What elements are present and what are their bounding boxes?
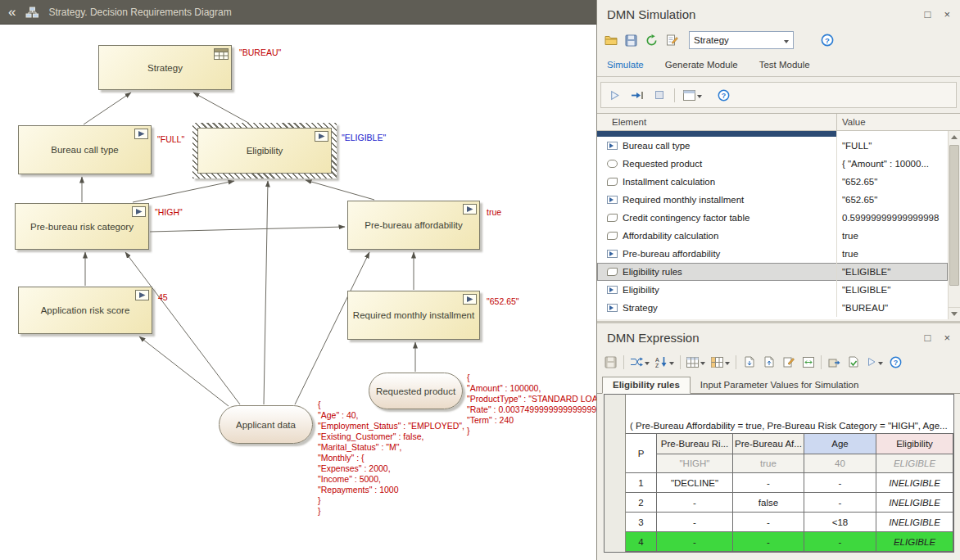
step-into-icon[interactable] [630,88,644,102]
rule-output-cell[interactable]: INELIGIBLE [876,473,953,493]
tab-generate-module[interactable]: Generate Module [665,60,738,70]
decision-table: ( Pre-Bureau Affordability = true, Pre-B… [604,394,954,553]
run-expression-button[interactable] [867,356,883,368]
rule-output-cell[interactable]: INELIGIBLE [876,513,953,532]
help-icon[interactable]: ? [889,355,903,369]
decision-node-pre-bureau-affordability[interactable]: Pre-bureau affordability [347,201,480,250]
decision-node-bureau-call-type[interactable]: Bureau call type [18,125,152,174]
invocation-header[interactable]: ( Pre-Bureau Affordability = true, Pre-B… [626,395,953,434]
rule-output-cell-matched[interactable]: ELIGIBLE [876,532,953,552]
tab-eligibility-rules[interactable]: Eligibility rules [602,377,691,394]
simulation-row-installment-calculation[interactable]: Installment calculation "652.65" [597,173,948,191]
simulation-row-credit-contingency-factor-table[interactable]: Credit contingency factor table 0.599999… [597,209,948,227]
maximize-button[interactable]: □ [925,9,931,20]
maximize-button[interactable]: □ [925,332,931,343]
edit-cell-icon[interactable] [781,355,795,369]
close-button[interactable]: × [944,332,950,343]
edit-script-icon[interactable] [665,33,679,47]
param-value-pre-bureau-risk[interactable]: "HIGH" [657,454,733,473]
bkm-icon [607,178,618,186]
decision-node-required-monthly-installment[interactable]: Required monthly installment [347,291,480,340]
node-label-applicant-data: Applicant data [236,420,296,430]
hit-policy-cell[interactable]: P [626,434,657,473]
shuffle-rules-button[interactable] [630,356,650,368]
vertical-scrollbar[interactable] [948,131,960,319]
decision-node-eligibility[interactable]: Eligibility [197,128,332,174]
simulation-row-eligibility-rules[interactable]: Eligibility rules "ELIGIBLE" [597,263,948,281]
rule-cell[interactable]: - [804,493,876,513]
param-value-pre-bureau-affordability[interactable]: true [733,454,804,473]
column-header-element[interactable]: Element [597,114,836,130]
column-header-age[interactable]: Age [804,434,876,454]
sort-az-button[interactable]: AZ [655,356,674,368]
validate-icon[interactable] [847,355,861,369]
rule-cell[interactable]: false [733,493,804,513]
scrollbar-thumb[interactable] [949,145,959,286]
column-header-pre-bureau-affordability[interactable]: Pre-Bureau Af... [733,434,804,454]
column-header-eligibility[interactable]: Eligibility [876,434,953,454]
simulation-row-required-monthly-installment[interactable]: Required monthly installment "652.65" [597,191,948,209]
rule-cell[interactable]: <18 [804,513,876,532]
diagram-area[interactable]: Strategy Bureau call type Eligibility Pr… [0,25,596,560]
decision-node-application-risk-score[interactable]: Application risk score [18,287,152,334]
rule-number-matched[interactable]: 4 [626,532,657,552]
rule-cell-matched[interactable]: - [804,532,876,552]
rule-number[interactable]: 3 [626,513,657,532]
tab-input-parameter-values[interactable]: Input Parameter Values for Simulation [691,377,868,393]
rule-number[interactable]: 1 [626,473,657,493]
table-rows-button[interactable] [686,356,705,368]
simulation-artifact-select[interactable]: Strategy [689,31,794,49]
run-simulation-icon[interactable] [608,88,622,102]
boxed-expression-icon [132,206,146,217]
element-value: "BUREAU" [836,299,948,317]
scroll-down-button[interactable] [949,307,960,319]
simulation-row-partial[interactable] [597,131,948,137]
help-icon[interactable]: ? [820,33,834,47]
runtime-value-strategy: "BUREAU" [239,47,281,58]
input-data-node-applicant-data[interactable]: Applicant data [219,405,313,444]
param-value-eligibility[interactable]: ELIGIBLE [876,454,953,473]
rule-cell[interactable]: - [657,513,733,532]
column-header-pre-bureau-risk[interactable]: Pre-Bureau Ri... [657,434,733,454]
rule-cell[interactable]: - [733,513,804,532]
selection-hatch-eligibility[interactable]: Eligibility [192,123,337,178]
table-columns-button[interactable] [711,356,730,368]
rule-output-cell[interactable]: INELIGIBLE [876,493,953,513]
decision-node-strategy[interactable]: Strategy [98,45,232,90]
save-icon[interactable] [604,355,618,369]
rule-cell[interactable]: "DECLINE" [657,473,733,493]
rule-cell[interactable]: - [733,473,804,493]
simulation-row-requested-product[interactable]: Requested product { "Amount" : 10000... [597,155,948,173]
tab-test-module[interactable]: Test Module [759,60,810,70]
collapse-panel-button[interactable]: « [8,5,16,19]
simulation-row-eligibility[interactable]: Eligibility "ELIGIBLE" [597,281,948,299]
rule-cell[interactable]: - [804,473,876,493]
close-button[interactable]: × [944,9,950,20]
tab-simulate[interactable]: Simulate [607,60,644,70]
help-icon[interactable]: ? [717,88,731,102]
stop-icon[interactable] [652,88,666,102]
rule-cell[interactable]: - [657,493,733,513]
rule-cell-matched[interactable]: - [657,532,733,552]
rule-cell-matched[interactable]: - [733,532,804,552]
merge-cells-icon[interactable] [801,355,815,369]
simulation-row-bureau-call-type[interactable]: Bureau call type "FULL" [597,137,948,155]
column-header-value[interactable]: Value [836,114,960,130]
diagram-canvas: « Strategy. Decision Requirements Diagra… [0,0,596,560]
element-name: Bureau call type [623,141,690,151]
decision-node-pre-bureau-risk-category[interactable]: Pre-bureau risk category [15,203,149,250]
simulation-row-affordability-calculation[interactable]: Affordability calculation true [597,227,948,245]
export-icon[interactable] [827,355,841,369]
document-down-icon[interactable] [742,355,756,369]
simulation-result-grid: Element Value Bureau call type "FULL" Re… [597,113,960,319]
document-up-icon[interactable] [762,355,776,369]
rule-number[interactable]: 2 [626,493,657,513]
options-button[interactable] [683,89,702,101]
simulation-row-strategy[interactable]: Strategy "BUREAU" [597,299,948,317]
open-folder-icon[interactable] [604,33,618,47]
scroll-up-button[interactable] [949,131,960,143]
save-icon[interactable] [624,33,638,47]
refresh-icon[interactable] [645,33,659,47]
param-value-age[interactable]: 40 [804,454,876,473]
simulation-row-pre-bureau-affordability[interactable]: Pre-bureau affordability true [597,245,948,263]
